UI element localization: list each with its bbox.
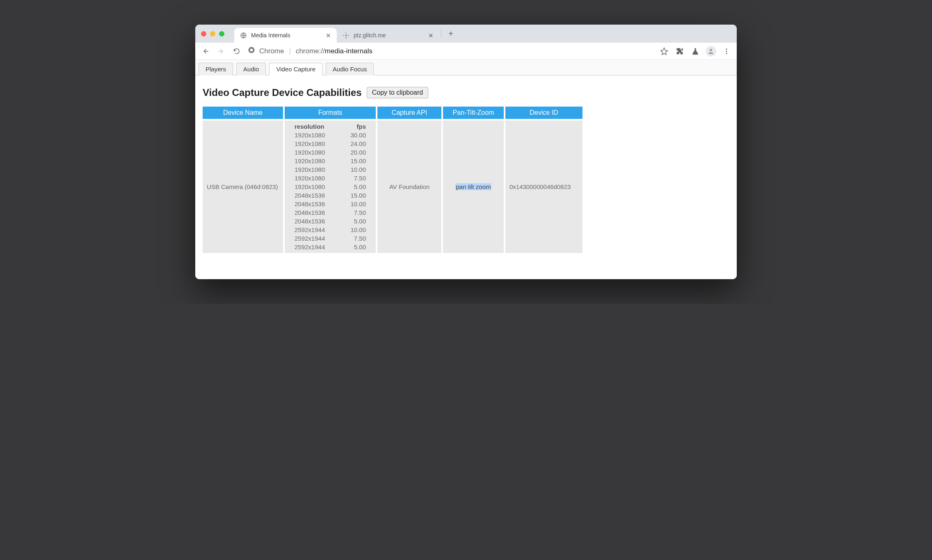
format-fps: 7.50	[341, 175, 366, 182]
arrow-right-icon	[217, 48, 225, 55]
tab-close-icon[interactable]: ✕	[428, 32, 434, 39]
table-header-row: Device Name Formats Capture API Pan-Tilt…	[203, 107, 582, 120]
formats-row: 1920x10807.50	[289, 175, 372, 182]
copy-to-clipboard-button[interactable]: Copy to clipboard	[367, 87, 429, 98]
format-resolution: 1920x1080	[295, 183, 325, 190]
formats-row: 2592x19447.50	[289, 235, 372, 242]
format-resolution: 2592x1944	[295, 244, 325, 250]
format-resolution: 1920x1080	[295, 157, 325, 164]
star-icon	[660, 47, 668, 55]
browser-toolbar: Chrome | chrome://media-internals	[195, 43, 737, 60]
profile-button[interactable]	[705, 45, 717, 57]
browser-tab[interactable]: ptz.glitch.me ✕	[337, 28, 439, 43]
formats-row: 1920x108010.00	[289, 166, 372, 173]
globe-icon	[240, 32, 247, 39]
bookmark-button[interactable]	[658, 45, 670, 57]
svg-point-3	[345, 37, 347, 38]
cell-capture-api: AV Foundation	[377, 120, 442, 254]
format-fps: 15.00	[341, 157, 366, 164]
formats-row: 1920x108020.00	[289, 149, 372, 156]
formats-header-fps: fps	[341, 123, 366, 130]
ptz-value-highlighted: pan tilt zoom	[455, 183, 491, 190]
page-tab-audio-focus[interactable]: Audio Focus	[326, 63, 374, 75]
format-resolution: 1920x1080	[295, 175, 325, 182]
chrome-icon	[248, 46, 255, 56]
col-header-formats[interactable]: Formats	[284, 107, 377, 120]
formats-row: 2048x15365.00	[289, 218, 372, 225]
formats-row: 1920x10805.00	[289, 183, 372, 190]
window-close-button[interactable]	[201, 31, 206, 36]
format-resolution: 2048x1536	[295, 192, 325, 199]
tab-close-icon[interactable]: ✕	[326, 32, 331, 39]
address-bar[interactable]: Chrome | chrome://media-internals	[248, 46, 372, 56]
window-controls	[201, 31, 224, 36]
page-content: Video Capture Device Capabilities Copy t…	[195, 75, 737, 279]
nav-reload-button[interactable]	[231, 45, 243, 57]
format-fps: 5.00	[341, 183, 366, 190]
page-tab-label: Audio	[243, 66, 259, 73]
formats-row: 2592x194410.00	[289, 226, 372, 233]
page-tab-players[interactable]: Players	[199, 63, 233, 75]
svg-point-1	[345, 34, 347, 36]
format-fps: 7.50	[341, 209, 366, 216]
col-header-ptz[interactable]: Pan-Tilt-Zoom	[442, 107, 505, 120]
col-header-device-id[interactable]: Device ID	[505, 107, 582, 120]
format-resolution: 1920x1080	[295, 166, 325, 173]
format-resolution: 2048x1536	[295, 218, 325, 225]
labs-button[interactable]	[689, 45, 701, 57]
url-scheme: chrome://	[296, 47, 325, 55]
format-fps: 7.50	[341, 235, 366, 242]
nav-back-button[interactable]	[199, 45, 212, 57]
svg-point-11	[726, 52, 727, 54]
url-separator: |	[289, 47, 290, 55]
page-tab-label: Audio Focus	[333, 66, 367, 73]
col-header-capture-api[interactable]: Capture API	[377, 107, 442, 120]
browser-tab-active[interactable]: Media Internals ✕	[234, 28, 337, 43]
avatar-icon	[706, 46, 716, 57]
kebab-icon	[723, 48, 730, 55]
page-tab-audio[interactable]: Audio	[236, 63, 266, 75]
formats-row: 1920x108024.00	[289, 140, 372, 147]
format-fps: 5.00	[341, 244, 366, 250]
reload-icon	[233, 48, 240, 55]
format-resolution: 2048x1536	[295, 200, 325, 207]
nav-forward-button[interactable]	[215, 45, 227, 57]
formats-row: 2048x15367.50	[289, 209, 372, 216]
new-tab-button[interactable]: +	[445, 27, 457, 40]
format-resolution: 1920x1080	[295, 132, 325, 139]
formats-row: 2048x153610.00	[289, 200, 372, 207]
format-fps: 24.00	[341, 140, 366, 147]
format-fps: 5.00	[341, 218, 366, 225]
internal-page-tabs: Players Audio Video Capture Audio Focus	[195, 60, 737, 75]
formats-row: 1920x108030.00	[289, 132, 372, 139]
format-resolution: 2592x1944	[295, 235, 325, 242]
menu-button[interactable]	[720, 45, 733, 57]
cell-formats: resolutionfps1920x108030.001920x108024.0…	[284, 120, 377, 254]
format-resolution: 1920x1080	[295, 140, 325, 147]
format-fps: 15.00	[341, 192, 366, 199]
extensions-button[interactable]	[674, 45, 686, 57]
svg-point-4	[343, 35, 345, 36]
cell-device-name: USB Camera (046d:0823)	[203, 120, 284, 254]
formats-row: 1920x108015.00	[289, 157, 372, 164]
browser-window: Media Internals ✕ ptz.glitch.me ✕ +	[195, 25, 737, 279]
svg-point-9	[726, 48, 727, 50]
window-zoom-button[interactable]	[219, 31, 224, 36]
arrow-left-icon	[202, 48, 209, 55]
page-tab-video-capture[interactable]: Video Capture	[269, 63, 322, 75]
flask-icon	[691, 47, 699, 55]
section-heading: Video Capture Device Capabilities	[203, 87, 362, 98]
window-minimize-button[interactable]	[210, 31, 215, 36]
format-fps: 30.00	[341, 132, 366, 139]
col-header-device-name[interactable]: Device Name	[203, 107, 284, 120]
format-resolution: 2592x1944	[295, 226, 325, 233]
svg-point-5	[348, 35, 349, 36]
formats-row: 2048x153615.00	[289, 192, 372, 199]
format-fps: 20.00	[341, 149, 366, 156]
url-path: media-internals	[325, 47, 372, 55]
site-icon	[343, 32, 350, 39]
formats-row: 2592x19445.00	[289, 244, 372, 250]
cell-device-id: 0x14300000046d0823	[505, 120, 582, 254]
svg-point-2	[345, 32, 347, 34]
page-tab-label: Video Capture	[276, 66, 315, 73]
